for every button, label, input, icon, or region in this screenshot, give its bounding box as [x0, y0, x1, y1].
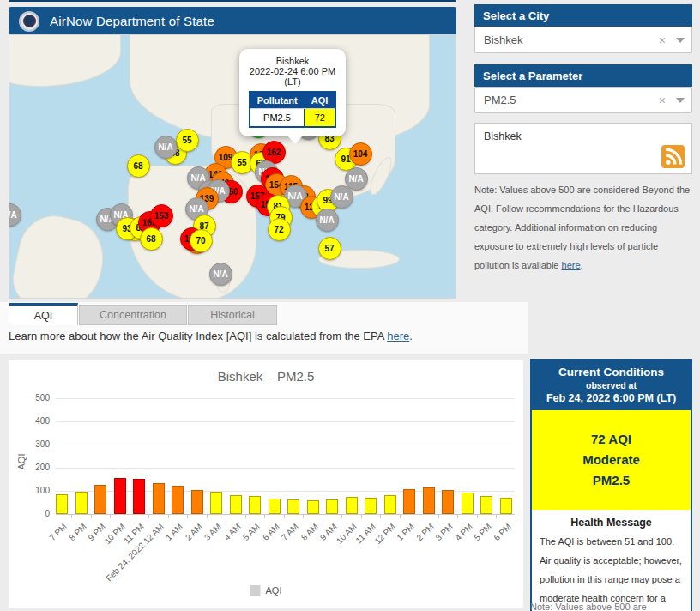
x-tick-mark — [284, 514, 285, 518]
chart-bar — [423, 487, 435, 514]
parameter-select[interactable]: PM2.5 × — [474, 87, 692, 113]
chart-bar — [480, 496, 492, 514]
city-select-value: Bishkek — [484, 33, 652, 46]
x-tick-mark — [400, 514, 401, 518]
aqi-marker[interactable]: 70 — [190, 229, 213, 252]
aqi-marker[interactable]: 55 — [176, 129, 199, 152]
x-tick-mark — [496, 514, 497, 518]
chart-bar — [153, 483, 165, 514]
current-aqi-category: Moderate — [535, 450, 687, 470]
tab-concentration[interactable]: Concentration — [79, 305, 187, 325]
x-tick-mark — [245, 514, 246, 518]
city-select[interactable]: Bishkek × — [474, 27, 692, 53]
aqi-marker[interactable]: 153 — [150, 204, 173, 227]
chart-bar — [307, 500, 319, 514]
current-conditions-header: Current Conditions observed at Feb 24, 2… — [532, 360, 691, 410]
rss-icon[interactable] — [661, 145, 685, 168]
x-tick-mark — [477, 514, 478, 518]
aqi-marker[interactable]: N/A — [316, 209, 339, 232]
tooltip-pollutant-value: PM2.5 — [250, 109, 305, 128]
aqi-marker[interactable]: N/A — [154, 136, 178, 159]
learn-more-here-link[interactable]: here — [387, 330, 409, 342]
x-axis-line — [56, 514, 515, 515]
chart-bar — [500, 498, 512, 514]
aqi-marker[interactable]: 68 — [127, 154, 150, 178]
parameter-clear-icon[interactable]: × — [652, 94, 673, 107]
observed-datetime: Feb 24, 2022 6:00 PM (LT) — [535, 392, 687, 404]
world-map[interactable]: N/A6858N/A55N/AN/A9893821691536810955105… — [9, 34, 456, 299]
x-tick-mark — [516, 514, 516, 518]
aqi-marker[interactable]: N/A — [209, 263, 232, 286]
aqi-marker[interactable]: 57 — [318, 237, 341, 260]
y-tick-label: 300 — [9, 439, 50, 449]
rss-feed-box: Bishkek — [474, 123, 692, 174]
tooltip-datetime: 2022-02-24 6:00 PM — [244, 66, 341, 76]
health-message-title: Health Message — [540, 517, 683, 529]
app-header: AirNow Department of State — [9, 7, 456, 35]
chart-bar — [365, 498, 377, 514]
tab-aqi[interactable]: AQI — [9, 303, 78, 325]
city-panel-title: Select a City — [474, 4, 692, 27]
tooltip-aqi-value: 72 — [305, 109, 336, 128]
tooltip-col-pollutant: Pollutant — [250, 92, 305, 109]
city-caret-icon[interactable] — [676, 38, 685, 43]
chart-bar — [269, 499, 281, 514]
y-tick-label: 400 — [9, 416, 50, 426]
x-tick-mark — [130, 514, 130, 518]
x-tick-mark — [91, 514, 92, 518]
chart-bar — [56, 494, 68, 514]
chart-bar — [114, 478, 126, 514]
current-pollutant: PM2.5 — [535, 470, 687, 491]
app-title: AirNow Department of State — [50, 14, 214, 28]
aqi-marker[interactable]: N/A — [9, 203, 21, 227]
note-here-link[interactable]: here — [562, 260, 581, 270]
current-conditions-title: Current Conditions — [535, 366, 687, 378]
y-tick-label: 200 — [9, 463, 50, 472]
chart-bar — [442, 490, 454, 514]
map-land-north-america — [9, 34, 121, 87]
tooltip-table: Pollutant AQI PM2.5 72 — [249, 91, 337, 128]
aqi-chart: Bishkek – PM2.5 AQI AQI 0100200300400500… — [9, 360, 523, 608]
chart-bar — [230, 495, 242, 514]
observed-at-label: observed at — [535, 380, 687, 390]
x-tick-mark — [438, 514, 439, 518]
tooltip-city: Bishkek — [244, 56, 341, 66]
x-tick-mark — [380, 514, 381, 518]
y-gridline — [56, 468, 515, 469]
x-tick-mark — [148, 514, 149, 518]
aqi-marker[interactable]: 68 — [140, 227, 163, 251]
y-tick-label: 500 — [9, 393, 50, 402]
parameter-panel-title: Select a Parameter — [474, 64, 692, 87]
y-tick-label: 0 — [9, 509, 50, 518]
state-department-seal-icon — [19, 11, 39, 32]
parameter-panel: Select a Parameter PM2.5 × — [474, 64, 692, 113]
chart-bar — [133, 479, 145, 514]
plot-area: AQI AQI 01002003004005007 PM8 PM9 PM10 P… — [9, 360, 523, 608]
x-tick-mark — [361, 514, 362, 518]
aqi-marker[interactable]: N/A — [330, 185, 353, 209]
aqi-marker[interactable]: 104 — [349, 142, 372, 166]
top-accent-strip — [9, 0, 456, 2]
city-panel: Select a City Bishkek × — [474, 4, 692, 53]
y-gridline — [56, 445, 515, 445]
current-aqi-block: 72 AQI Moderate PM2.5 — [532, 410, 691, 510]
tab-historical[interactable]: Historical — [188, 305, 277, 325]
x-tick-mark — [168, 514, 169, 518]
chart-bar — [210, 492, 222, 514]
x-tick-mark — [341, 514, 342, 518]
chart-bar — [191, 490, 203, 514]
x-tick-mark — [457, 514, 458, 518]
current-conditions-panel: Current Conditions observed at Feb 24, 2… — [530, 359, 692, 611]
health-message-text: The AQI is between 51 and 100. Air quali… — [540, 532, 683, 611]
map-land-south-america — [9, 209, 111, 299]
x-tick-mark — [110, 514, 111, 518]
chart-bar — [403, 489, 415, 514]
city-clear-icon[interactable]: × — [652, 33, 673, 47]
x-tick-mark — [226, 514, 226, 518]
x-tick-mark — [207, 514, 208, 518]
aqi-marker[interactable]: 72 — [268, 218, 291, 241]
parameter-select-value: PM2.5 — [484, 94, 652, 106]
x-tick-mark — [323, 514, 323, 518]
parameter-caret-icon[interactable] — [676, 98, 685, 103]
tab-band: AQI Concentration Historical — [0, 302, 528, 354]
